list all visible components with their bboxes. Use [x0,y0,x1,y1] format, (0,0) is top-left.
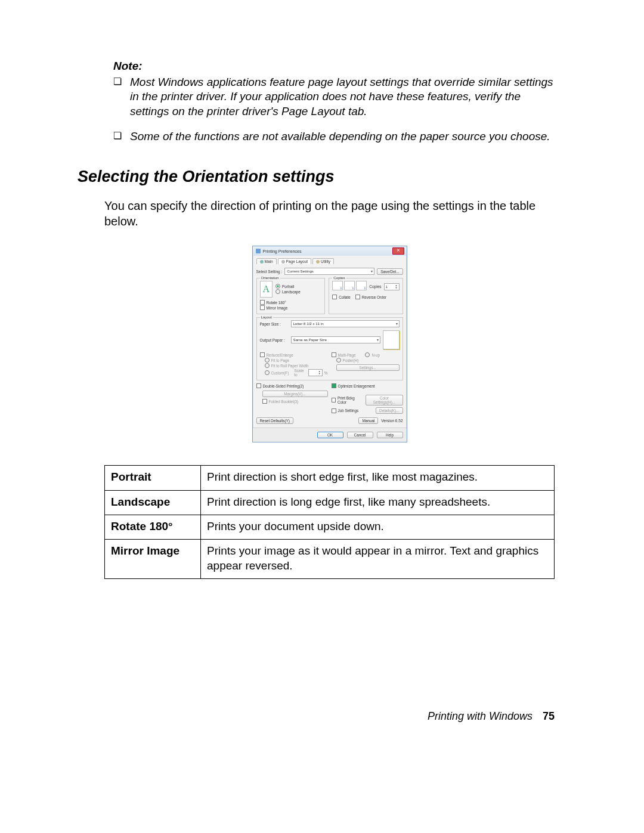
multipage-settings-button[interactable]: Settings... [336,364,400,371]
tab-main-icon [260,260,264,264]
tab-utility-icon [316,260,320,264]
dialog-title-text: Printing Preferences [263,249,302,254]
orientation-preview: A [260,281,273,298]
select-setting-dropdown[interactable]: Current Settings [284,268,374,275]
orientation-preview-letter: A [262,284,270,295]
poster-radio[interactable]: Poster(H) [336,358,359,363]
orientation-group: Orientation A Portrait Landscape Rotate … [256,278,326,314]
custom-scale-radio[interactable]: Custom(F) [265,370,289,375]
layout-group: Layout Paper Size : Letter 8 1/2 x 11 in… [256,317,403,380]
tab-page-layout-label: Page Layout [286,259,308,264]
dialog-titlebar: Printing Preferences ✕ [253,246,407,256]
table-row: Mirror Image Prints your image as it wou… [105,540,555,579]
optimize-enlargement-checkbox[interactable]: Optimize Enlargement [332,383,375,388]
nup-label: N-up [371,353,380,357]
tab-utility-label: Utility [321,259,330,264]
table-row: Portrait Print direction is short edge f… [105,466,555,490]
cancel-button[interactable]: Cancel [347,432,373,438]
desc-cell: Print direction is short edge first, lik… [201,466,555,490]
multi-page-label: Multi-Page [338,353,356,357]
term-cell: Mirror Image [105,540,201,579]
paper-size-dropdown[interactable]: Letter 8 1/2 x 11 in [291,320,400,327]
multi-page-checkbox[interactable]: Multi-Page [332,352,356,357]
mirror-image-label: Mirror Image [267,306,288,310]
nup-radio[interactable]: N-up [365,352,380,357]
fit-to-roll-label: Fit to Roll Paper Width [271,364,309,368]
paper-size-label: Paper Size : [260,322,289,326]
close-icon[interactable]: ✕ [392,247,404,255]
custom-scale-label: Custom(F) [271,371,289,375]
rotate-180-checkbox[interactable]: Rotate 180° [260,300,286,305]
help-button[interactable]: Help [377,432,403,438]
term-cell: Rotate 180° [105,515,201,539]
tab-page-layout-icon [281,260,285,264]
desc-cell: Print direction is long edge first, like… [201,490,555,515]
layout-group-title: Layout [260,315,274,319]
dialog-button-row: OK Cancel Help [253,428,407,442]
landscape-radio[interactable]: Landscape [275,289,301,294]
portrait-radio-label: Portrait [282,284,294,289]
save-del-button[interactable]: Save/Del... [377,268,402,275]
folded-booklet-label: Folded Booklet(3) [269,400,299,404]
tab-page-layout[interactable]: Page Layout [278,258,312,264]
print-bkg-color-checkbox[interactable]: Print Bckg Color [332,396,363,404]
poster-label: Poster(H) [343,358,359,363]
copies-label: Copies [369,284,381,289]
footer-chapter: Printing with Windows [428,710,532,722]
footer-page-number: 75 [543,710,555,722]
copies-group: Copies Copies 1▲▼ Collate [329,278,402,314]
reset-defaults-button[interactable]: Reset Defaults(Y) [256,417,293,424]
term-cell: Landscape [105,490,201,515]
section-heading: Selecting the Orientation settings [78,168,555,186]
collate-checkbox[interactable]: Collate [332,295,351,299]
scale-to-label: Scale to [294,368,306,377]
select-setting-label: Select Setting : [256,270,283,274]
copy-preview-icon [332,281,343,290]
copies-group-title: Copies [332,275,346,280]
desc-cell: Prints your document upside down. [201,515,555,539]
color-settings-button[interactable]: Color Settings(H)... [366,395,402,405]
app-icon [256,249,261,253]
fit-to-page-radio[interactable]: Fit to Page [265,358,289,363]
mirror-image-checkbox[interactable]: Mirror Image [260,305,288,310]
collate-label: Collate [339,295,351,299]
document-page: Note: Most Windows applications feature … [0,0,644,758]
page-footer: Printing with Windows 75 [104,710,555,723]
margins-button[interactable]: Margins(V)... [262,391,328,397]
output-paper-label: Output Paper : [260,338,289,342]
manual-button[interactable]: Manual [358,417,378,424]
print-bkg-color-label: Print Bckg Color [338,396,363,404]
reverse-order-checkbox[interactable]: Reverse Order [355,295,386,299]
job-settings-label: Job Settings [338,408,359,413]
job-details-button[interactable]: Details(K)... [376,407,402,414]
intro-paragraph: You can specify the direction of printin… [104,198,555,229]
folded-booklet-checkbox[interactable]: Folded Booklet(3) [262,399,299,404]
optimize-enlargement-label: Optimize Enlargement [338,384,375,388]
reduce-enlarge-label: Reduce/Enlarge [267,353,293,357]
copies-stepper[interactable]: 1▲▼ [384,283,400,290]
term-cell: Portrait [105,466,201,490]
double-sided-label: Double-Sided Printing(2) [263,384,304,388]
copies-preview-icons [332,281,367,290]
output-paper-dropdown[interactable]: Same as Paper Size [291,336,380,343]
ok-button[interactable]: OK [317,432,343,438]
portrait-radio[interactable]: Portrait [275,284,294,289]
note-label: Note: [113,60,555,73]
table-row: Rotate 180° Prints your document upside … [105,515,555,539]
fit-to-roll-radio[interactable]: Fit to Roll Paper Width [265,363,309,368]
double-sided-checkbox[interactable]: Double-Sided Printing(2) [256,383,304,388]
job-settings-checkbox[interactable]: Job Settings [332,408,359,413]
tab-main[interactable]: Main [256,258,277,264]
table-row: Landscape Print direction is long edge f… [105,490,555,515]
tab-utility[interactable]: Utility [312,258,334,264]
reduce-enlarge-checkbox[interactable]: Reduce/Enlarge [260,352,293,357]
rotate-180-label: Rotate 180° [267,301,286,305]
scale-stepper[interactable]: ▲▼ [308,369,323,376]
note-block: Note: Most Windows applications feature … [113,60,555,144]
dialog-screenshot: Printing Preferences ✕ Main Page Layout … [104,246,555,442]
copy-preview-icon [356,281,367,290]
orientation-definition-table: Portrait Print direction is short edge f… [104,465,555,579]
tab-strip: Main Page Layout Utility [256,258,403,264]
printing-preferences-dialog: Printing Preferences ✕ Main Page Layout … [252,246,407,442]
landscape-radio-label: Landscape [282,290,301,294]
